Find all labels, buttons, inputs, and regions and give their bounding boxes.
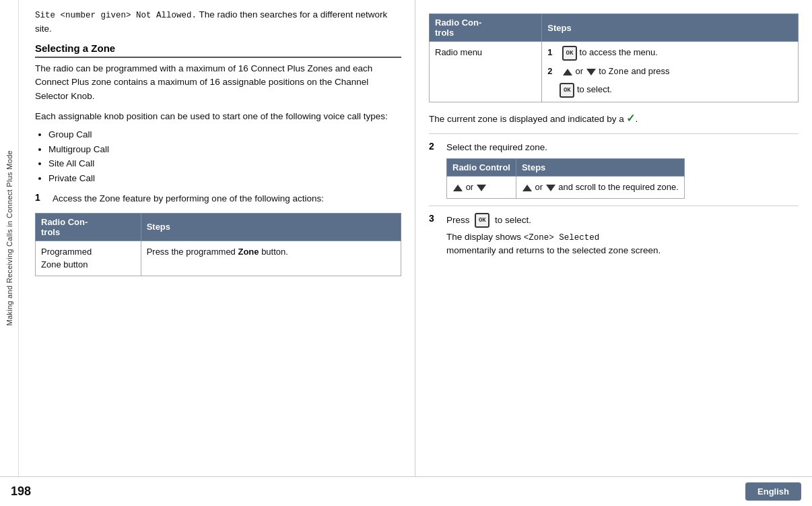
table-row: or or and scroll to the required zone. — [447, 177, 685, 199]
table3-header-steps: Steps — [516, 159, 684, 177]
table2-header-controls: Radio Con-trols — [430, 14, 542, 42]
step-2-number: 2 — [429, 141, 440, 199]
current-zone-text: The current zone is displayed and indica… — [429, 110, 799, 127]
arrow-down-icon-1 — [586, 69, 596, 75]
table3-header-control: Radio Control — [447, 159, 516, 177]
sidebar-label: Making and Receiving Calls in Connect Pl… — [5, 150, 13, 326]
step-2-content: Select the required zone. Radio Control … — [446, 141, 685, 199]
intro-mono: Site <number given> Not Allowed. — [35, 11, 197, 20]
scroll-text: and scroll to the required zone. — [558, 182, 679, 192]
table-row: ProgrammedZone button Press the programm… — [36, 241, 401, 276]
or-text-1: or — [576, 66, 586, 76]
bottom-bar: 198 English — [0, 476, 812, 506]
list-item: Multigroup Call — [48, 142, 401, 157]
page-wrapper: Making and Receiving Calls in Connect Pl… — [0, 0, 812, 476]
step-3-line1: Press OK to select. — [446, 213, 661, 228]
step-3-number: 3 — [429, 213, 440, 258]
or-text-2: or — [466, 182, 476, 192]
arrow-down-icon-2 — [477, 185, 486, 191]
check-icon: ✓ — [626, 113, 635, 124]
call-types-list: Group Call Multigroup Call Site All Call… — [48, 127, 401, 185]
step-1-text: Access the Zone feature by performing on… — [53, 192, 324, 205]
or-text-3: or — [535, 182, 545, 192]
step-1-block: 1 Access the Zone feature by performing … — [35, 192, 401, 205]
ok-button-icon-1: OK — [562, 46, 577, 61]
step-3-mono: <Zone> Selected — [524, 233, 600, 243]
step-num-1: 1 — [547, 46, 557, 59]
table-controls-left: Radio Con-trols Steps ProgrammedZone but… — [35, 213, 401, 276]
section-heading: Selecting a Zone — [35, 42, 401, 58]
ok-button-icon-3: OK — [475, 213, 489, 228]
table1-cell-steps: Press the programmed Zone button. — [141, 241, 401, 276]
table-radio-control: Radio Control Steps or — [446, 158, 685, 199]
step-3-text1: to select. — [495, 214, 531, 224]
step-2-text: Select the required zone. — [446, 142, 547, 152]
step-num-2: 2 — [547, 65, 557, 78]
table2-cell-steps: 1 OK to access the menu. 2 or to Zone an… — [542, 42, 799, 102]
language-badge: English — [745, 482, 801, 501]
divider-2 — [429, 205, 799, 206]
table1-header-controls: Radio Con-trols — [36, 213, 141, 241]
current-zone-label: The current zone is displayed and indica… — [429, 114, 624, 124]
step-1-desc: to access the menu. — [580, 47, 658, 57]
para1: The radio can be programmed with a maxim… — [35, 62, 401, 103]
step-3-line3: momentarily and returns to the selected … — [446, 244, 661, 257]
table-row: Radio menu 1 OK to access the menu. 2 or — [430, 42, 799, 102]
step-3-line2: The display shows <Zone> Selected — [446, 230, 661, 245]
main-content: Site <number given> Not Allowed. The rad… — [19, 0, 812, 476]
left-column: Site <number given> Not Allowed. The rad… — [19, 0, 415, 476]
step-3-content: Press OK to select. The display shows <Z… — [446, 213, 661, 258]
table2-header-steps: Steps — [542, 14, 799, 42]
intro-paragraph: Site <number given> Not Allowed. The rad… — [35, 8, 401, 36]
arrow-up-icon-2 — [453, 185, 463, 191]
page-number: 198 — [11, 484, 31, 499]
para2: Each assignable knob position can be use… — [35, 110, 401, 123]
table1-cell-control: ProgrammedZone button — [36, 241, 141, 276]
step-3-block: 3 Press OK to select. The display shows … — [429, 213, 799, 258]
table3-cell-steps: or and scroll to the required zone. — [516, 177, 684, 199]
arrow-down-icon-3 — [546, 185, 555, 191]
list-item: Private Call — [48, 171, 401, 186]
table-radio-menu: Radio Con-trols Steps Radio menu 1 OK to… — [429, 13, 799, 102]
list-item: Site All Call — [48, 156, 401, 171]
arrow-up-icon-1 — [563, 69, 572, 75]
arrow-up-icon-3 — [522, 185, 532, 191]
divider-1 — [429, 133, 799, 134]
table1-header-steps: Steps — [141, 213, 401, 241]
step-2-desc: to Zone and press — [599, 66, 669, 76]
step-3-text2: The display shows — [446, 232, 524, 242]
press-label: Press — [446, 214, 470, 224]
to-select-text: to select. — [577, 84, 612, 94]
ok-wrap: OK to select. — [560, 84, 612, 94]
table3-cell-control: or — [447, 177, 516, 199]
right-column: Radio Con-trols Steps Radio menu 1 OK to… — [415, 0, 812, 476]
sidebar: Making and Receiving Calls in Connect Pl… — [0, 0, 19, 476]
step-1-number: 1 — [35, 192, 46, 205]
ok-button-icon-2: OK — [560, 83, 574, 98]
list-item: Group Call — [48, 127, 401, 142]
table2-cell-control: Radio menu — [430, 42, 542, 102]
step-2-block: 2 Select the required zone. Radio Contro… — [429, 141, 799, 199]
